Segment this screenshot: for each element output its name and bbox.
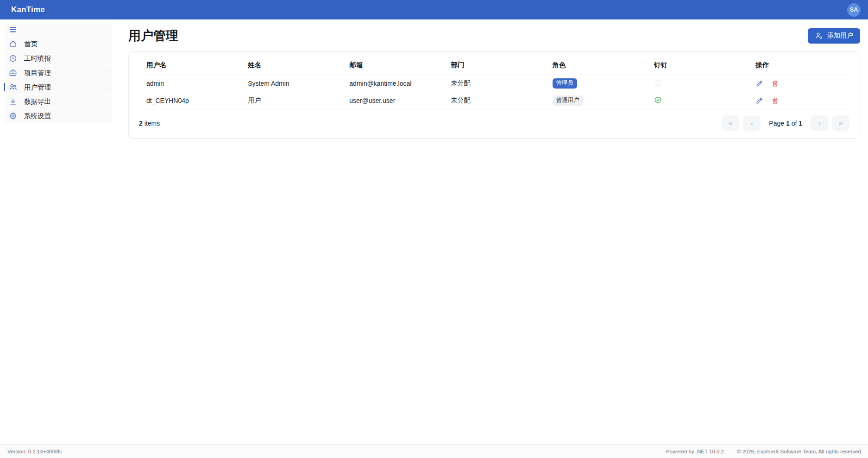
sidebar-item-label: 项目管理 [24, 69, 51, 77]
chevron-right-icon: › [818, 119, 821, 128]
first-page-button[interactable]: « [722, 115, 739, 131]
edit-user-button[interactable] [755, 96, 764, 105]
menu-toggle-button[interactable] [4, 23, 112, 37]
items-count-number: 2 [139, 120, 143, 127]
chevron-left-icon: ‹ [751, 119, 754, 128]
edit-user-button[interactable] [755, 79, 764, 88]
home-icon [8, 40, 17, 49]
sidebar-item-label: 首页 [24, 40, 38, 49]
users-icon [8, 83, 17, 92]
add-user-label: 添加用户 [827, 32, 853, 40]
cell-email: admin@kantime.local [342, 75, 443, 92]
prev-page-button[interactable]: ‹ [743, 115, 761, 131]
powered-by-text: Powered by .NET 10.0.2 [666, 449, 724, 454]
main-content: 用户管理 添加用户 用户名 姓名 邮箱 部门 角色 钉钉 操作 [116, 19, 868, 139]
sidebar-item-label: 工时填报 [24, 54, 51, 63]
cell-dingtalk [647, 75, 748, 92]
clock-icon [8, 54, 17, 63]
delete-user-button[interactable] [771, 79, 780, 88]
pencil-icon [755, 80, 763, 88]
sidebar-item-settings[interactable]: 系统设置 [4, 109, 112, 123]
col-department: 部门 [443, 55, 545, 75]
hamburger-icon [8, 25, 17, 34]
app-header: KanTime SA [0, 0, 868, 19]
check-circle-icon [654, 96, 662, 104]
app-logo: KanTime [11, 5, 45, 14]
cell-dingtalk [647, 92, 748, 109]
cell-username: dt_CEYHN04p [139, 92, 240, 109]
page-word: Page [769, 120, 784, 127]
trash-icon [771, 80, 779, 88]
sidebar-item-export[interactable]: 数据导出 [4, 95, 112, 108]
col-role: 角色 [545, 55, 647, 75]
sidebar-item-home[interactable]: 首页 [4, 37, 112, 51]
gear-icon [8, 112, 17, 121]
of-word: of [792, 120, 797, 127]
sidebar-item-label: 数据导出 [24, 97, 51, 106]
role-badge: 普通用户 [553, 95, 583, 106]
app-footer: Version: 0.2.14+4f86ffc Powered by .NET … [0, 444, 868, 458]
col-name: 姓名 [240, 55, 342, 75]
sidebar-item-label: 系统设置 [24, 112, 51, 121]
col-dingtalk: 钉钉 [647, 55, 748, 75]
items-count-label: items [145, 120, 160, 127]
col-email: 邮箱 [342, 55, 443, 75]
user-plus-icon [815, 32, 823, 40]
pencil-icon [755, 97, 763, 105]
sidebar-item-users[interactable]: 用户管理 [4, 80, 112, 94]
page-indicator: Page 1 of 1 [769, 120, 802, 127]
cell-actions [748, 92, 849, 109]
delete-user-button[interactable] [771, 96, 780, 105]
cell-email: user@user.user [342, 92, 443, 109]
items-count: 2 items [139, 120, 160, 127]
briefcase-icon [8, 69, 17, 77]
col-actions: 操作 [748, 55, 849, 75]
users-table: 用户名 姓名 邮箱 部门 角色 钉钉 操作 admin System Admin… [139, 55, 849, 109]
chevrons-right-icon: » [838, 119, 843, 128]
table-row: dt_CEYHN04p 用户 user@user.user 未分配 普通用户 [139, 92, 849, 109]
cell-username: admin [139, 75, 240, 92]
x-circle-icon [654, 79, 662, 87]
cell-name: 用户 [240, 92, 342, 109]
page-total: 1 [799, 120, 802, 127]
add-user-button[interactable]: 添加用户 [808, 28, 860, 44]
cell-department: 未分配 [443, 92, 545, 109]
cell-department: 未分配 [443, 75, 545, 92]
download-icon [8, 97, 17, 106]
table-header-row: 用户名 姓名 邮箱 部门 角色 钉钉 操作 [139, 55, 849, 75]
page-title: 用户管理 [128, 27, 178, 44]
page-current: 1 [786, 120, 790, 127]
sidebar: 首页 工时填报 项目管理 用户管理 数据导出 系统设置 [0, 19, 116, 444]
users-table-card: 用户名 姓名 邮箱 部门 角色 钉钉 操作 admin System Admin… [128, 51, 860, 139]
copyright-text: © 2026, ExploreX Software Team, All righ… [737, 449, 862, 454]
role-badge: 管理员 [553, 78, 578, 89]
sidebar-item-projects[interactable]: 项目管理 [4, 66, 112, 80]
pagination: « ‹ Page 1 of 1 › » [722, 115, 849, 131]
sidebar-item-timesheet[interactable]: 工时填报 [4, 51, 112, 65]
cell-role: 管理员 [545, 75, 647, 92]
next-page-button[interactable]: › [811, 115, 828, 131]
cell-actions [748, 75, 849, 92]
cell-role: 普通用户 [545, 92, 647, 109]
col-username: 用户名 [139, 55, 240, 75]
cell-name: System Admin [240, 75, 342, 92]
user-avatar[interactable]: SA [847, 3, 861, 17]
trash-icon [771, 97, 779, 105]
last-page-button[interactable]: » [832, 115, 849, 131]
chevrons-left-icon: « [729, 119, 733, 128]
sidebar-item-label: 用户管理 [24, 83, 51, 92]
version-text: Version: 0.2.14+4f86ffc [7, 449, 62, 454]
table-row: admin System Admin admin@kantime.local 未… [139, 75, 849, 92]
